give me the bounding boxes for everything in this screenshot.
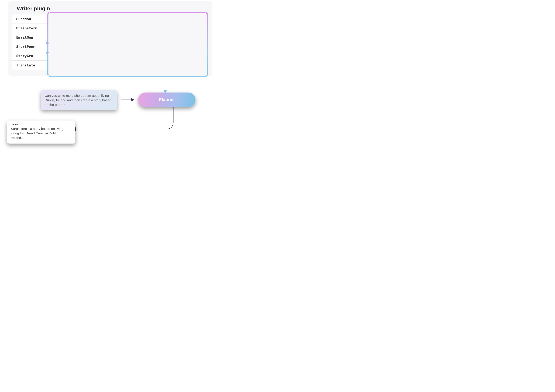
fn-name: Brainstorm bbox=[12, 24, 50, 32]
table-row: EmailGen Write an email from the given b… bbox=[12, 33, 208, 42]
fn-desc: Generate a list of synopsis for a novel … bbox=[50, 52, 208, 60]
header-description: Description for model bbox=[50, 15, 208, 23]
fn-name: ShortPoem bbox=[12, 43, 50, 51]
table-row: ShortPoem Turn a scenario into a short a… bbox=[12, 42, 208, 51]
arrow-right-icon bbox=[121, 97, 135, 103]
plugin-table: Function Description for model Brainstor… bbox=[12, 15, 208, 70]
fn-name: StoryGen bbox=[12, 52, 50, 60]
copilot-response-bubble: Copilot Sure! Here's a story based on li… bbox=[7, 120, 75, 144]
fn-desc: Translate the input into a language of y… bbox=[50, 61, 208, 69]
fn-desc: Write an email from the given bullet poi… bbox=[50, 33, 208, 42]
writer-plugin-card: Writer plugin Function Description for m… bbox=[8, 1, 212, 76]
planner-node: Planner bbox=[138, 93, 196, 107]
fn-name: EmailGen bbox=[12, 33, 50, 42]
user-prompt-text: Can you write me a short poem about livi… bbox=[45, 94, 112, 106]
svg-marker-4 bbox=[131, 98, 134, 102]
table-row: Brainstorm Given a goal or topic descrip… bbox=[12, 24, 208, 33]
fn-desc: Turn a scenario into a short and enterta… bbox=[50, 43, 208, 51]
fn-name: Translate bbox=[12, 61, 50, 69]
diagram-canvas: Writer plugin Function Description for m… bbox=[0, 0, 219, 155]
planner-label: Planner bbox=[159, 97, 175, 102]
user-prompt-bubble: Can you write me a short poem about livi… bbox=[41, 90, 117, 110]
table-header-row: Function Description for model bbox=[12, 15, 208, 24]
header-function: Function bbox=[12, 15, 50, 23]
copilot-response-text: Sure! Here's a story based on living alo… bbox=[11, 126, 72, 140]
table-row: StoryGen Generate a list of synopsis for… bbox=[12, 51, 208, 60]
table-row: Translate Translate the input into a lan… bbox=[12, 60, 208, 70]
fn-desc: Given a goal or topic description genera… bbox=[50, 24, 208, 33]
connector-dot-icon bbox=[46, 42, 49, 44]
plugin-title: Writer plugin bbox=[17, 5, 208, 12]
arrow-down-icon bbox=[162, 77, 168, 94]
connector-dot-icon bbox=[46, 51, 49, 54]
arrow-curve-icon bbox=[72, 107, 183, 139]
copilot-label: Copilot bbox=[11, 123, 72, 126]
